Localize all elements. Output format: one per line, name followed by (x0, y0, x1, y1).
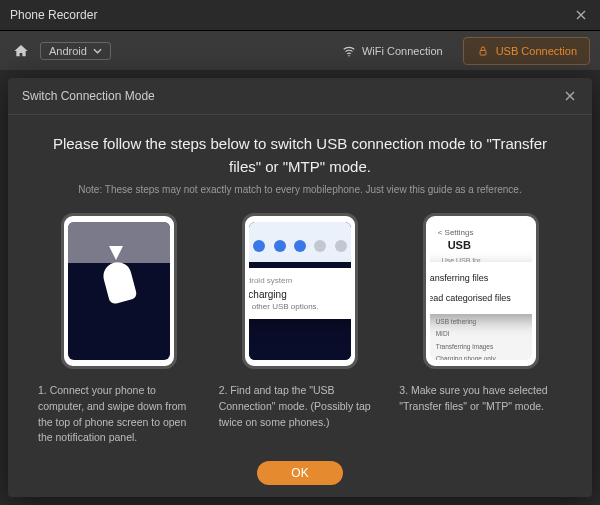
platform-select[interactable]: Android (40, 42, 111, 60)
option-read-categorised: Read categorised files (430, 293, 511, 303)
usb-tab-label: USB Connection (496, 45, 577, 57)
option-transfer-files: Transferring files (430, 273, 489, 283)
swipe-hand-icon (105, 246, 133, 302)
close-icon (565, 91, 575, 101)
phone-illustration-3: < Settings USB Use USB for Transferring … (423, 213, 539, 369)
settings-list: USB tethering MIDI Transferring images C… (436, 316, 526, 360)
notif-subtitle: Tap for other USB options. (249, 302, 351, 311)
radio-card: Transferring files Read categorised file… (430, 262, 532, 314)
step-3-caption: 3. Make sure you have selected "Transfer… (399, 383, 562, 415)
main-toolbar: Android WiFi Connection USB Connection (0, 31, 600, 71)
home-button[interactable] (10, 40, 32, 62)
phone-illustration-2: Android system USB charging Tap for othe… (242, 213, 358, 369)
steps-row: 1. Connect your phone to computer, and s… (38, 213, 562, 451)
step-2: Android system USB charging Tap for othe… (219, 213, 382, 451)
list-item: USB tethering (436, 316, 526, 328)
settings-back: < Settings (438, 228, 524, 237)
modal-close-button[interactable] (562, 88, 578, 104)
wifi-connection-tab[interactable]: WiFi Connection (330, 37, 455, 65)
close-icon (576, 10, 586, 20)
connection-mode-modal: Switch Connection Mode Please follow the… (8, 78, 592, 497)
modal-body: Please follow the steps below to switch … (8, 115, 592, 497)
app-titlebar: Phone Recorder (0, 0, 600, 31)
usb-connection-tab[interactable]: USB Connection (463, 37, 590, 65)
modal-note: Note: These steps may not exactly match … (38, 184, 562, 195)
phone-illustration-1 (61, 213, 177, 369)
notification-card: Android system USB charging Tap for othe… (249, 268, 351, 319)
svg-point-0 (348, 55, 350, 57)
wifi-icon (342, 44, 356, 58)
notif-title: USB charging (249, 289, 351, 300)
home-icon (13, 43, 29, 59)
ok-button[interactable]: OK (257, 461, 342, 485)
step-1-caption: 1. Connect your phone to computer, and s… (38, 383, 201, 446)
modal-headline: Please follow the steps below to switch … (38, 133, 562, 178)
modal-title: Switch Connection Mode (22, 89, 562, 103)
step-1: 1. Connect your phone to computer, and s… (38, 213, 201, 451)
settings-title: USB (448, 239, 524, 251)
list-item: Charging phone only (436, 353, 526, 360)
platform-label: Android (49, 45, 87, 57)
chevron-down-icon (93, 48, 102, 54)
wifi-tab-label: WiFi Connection (362, 45, 443, 57)
system-label: Android system (249, 276, 292, 285)
step-3: < Settings USB Use USB for Transferring … (399, 213, 562, 451)
usb-lock-icon (476, 44, 490, 58)
app-title: Phone Recorder (10, 8, 572, 22)
step-2-caption: 2. Find and tap the "USB Connection" mod… (219, 383, 382, 430)
list-item: Transferring images (436, 341, 526, 353)
app-close-button[interactable] (572, 6, 590, 24)
svg-rect-1 (480, 50, 486, 55)
modal-header: Switch Connection Mode (8, 78, 592, 115)
list-item: MIDI (436, 328, 526, 340)
